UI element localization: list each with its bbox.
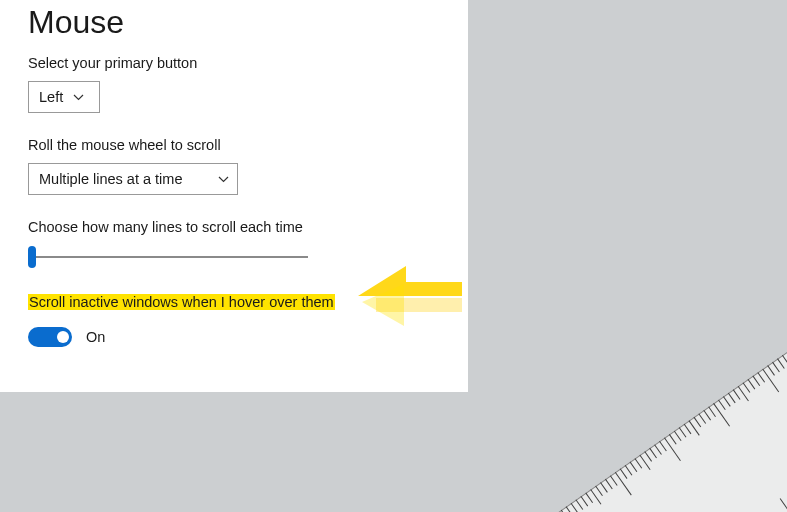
mouse-settings-panel: Mouse Select your primary button Left Ro…	[0, 0, 468, 392]
ruler-body	[418, 0, 787, 512]
inactive-scroll-block: Scroll inactive windows when I hover ove…	[28, 293, 440, 347]
scroll-mode-label: Roll the mouse wheel to scroll	[28, 137, 440, 153]
ruler-ticks-top	[418, 0, 787, 512]
lines-slider[interactable]	[28, 245, 308, 269]
chevron-down-icon	[218, 176, 229, 183]
chevron-down-icon	[73, 94, 84, 101]
scroll-mode-block: Roll the mouse wheel to scroll Multiple …	[28, 137, 440, 195]
scroll-mode-value: Multiple lines at a time	[39, 171, 182, 187]
scroll-mode-select[interactable]: Multiple lines at a time	[28, 163, 238, 195]
lines-block: Choose how many lines to scroll each tim…	[28, 219, 440, 269]
ruler-ticks-bottom	[483, 0, 787, 512]
page-title: Mouse	[28, 4, 440, 41]
primary-button-value: Left	[39, 89, 63, 105]
primary-button-select[interactable]: Left	[28, 81, 100, 113]
screen-ruler[interactable]: 35°	[418, 0, 787, 512]
inactive-scroll-toggle[interactable]	[28, 327, 72, 347]
primary-button-block: Select your primary button Left	[28, 55, 440, 113]
primary-button-label: Select your primary button	[28, 55, 440, 71]
slider-track	[28, 256, 308, 258]
inactive-scroll-state: On	[86, 329, 105, 345]
toggle-knob	[57, 331, 69, 343]
slider-thumb[interactable]	[28, 246, 36, 268]
inactive-scroll-label: Scroll inactive windows when I hover ove…	[28, 294, 335, 310]
lines-label: Choose how many lines to scroll each tim…	[28, 219, 440, 235]
